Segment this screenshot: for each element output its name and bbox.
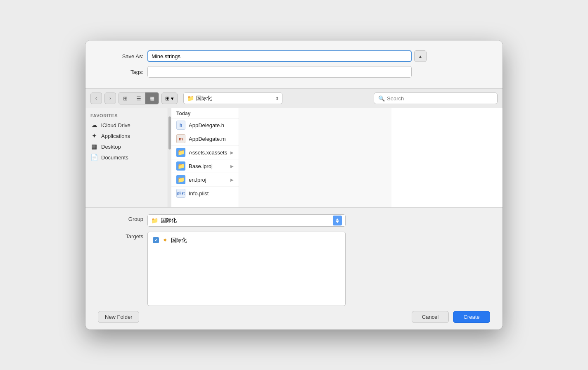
target-app-icon-guojia: ✦	[162, 236, 168, 244]
applications-icon: ✦	[90, 132, 98, 140]
top-form-section: Save As: ▲ Tags:	[85, 40, 503, 89]
action-buttons: Cancel Create	[412, 311, 490, 323]
column-view-icon: ▦	[149, 95, 154, 102]
footer-buttons: New Folder Cancel Create	[98, 311, 490, 323]
file-name-appdelegate-h: AppDelegate.h	[189, 122, 224, 128]
group-label: Group	[98, 214, 143, 222]
group-dropdown-arrow: ▾	[171, 95, 174, 102]
location-picker[interactable]: 📁 国际化 ⬍	[183, 92, 282, 104]
group-folder-icon: 📁	[151, 217, 158, 224]
file-item-appdelegate-m[interactable]: m AppDelegate.m	[171, 132, 239, 146]
target-checkbox-guojia[interactable]: ✓	[153, 237, 159, 243]
sidebar-item-documents[interactable]: 📄 Documents	[85, 152, 168, 163]
icon-view-icon: ⊞	[123, 95, 128, 102]
file-name-assets: Assets.xcassets	[189, 149, 227, 156]
search-box[interactable]: 🔍	[374, 92, 498, 104]
m-file-icon: m	[176, 134, 185, 143]
sidebar-item-desktop[interactable]: ▦ Desktop	[85, 141, 168, 152]
target-item-guojia[interactable]: ✓ ✦ 国际化	[150, 235, 343, 246]
back-button[interactable]: ‹	[90, 92, 102, 104]
sidebar-applications-label: Applications	[101, 133, 130, 139]
group-stepper-arrows[interactable]	[333, 216, 342, 225]
right-preview-panel	[239, 108, 391, 207]
file-name-appdelegate-m: AppDelegate.m	[189, 136, 226, 142]
sidebar: Favorites ☁ iCloud Drive ✦ Applications …	[85, 108, 168, 207]
bottom-section: Group 📁 国际化 Targets ✓ ✦ 国际化	[85, 207, 503, 330]
checkmark-icon: ✓	[154, 238, 158, 242]
search-input[interactable]	[387, 95, 493, 102]
file-item-en-lproj[interactable]: 📁 en.lproj ▶	[171, 173, 239, 187]
target-name-guojia: 国际化	[171, 237, 187, 244]
column-view-button[interactable]: ▦	[145, 92, 159, 104]
file-name-base-lproj: Base.lproj	[189, 163, 213, 169]
base-chevron-icon: ▶	[230, 164, 234, 168]
tags-input[interactable]	[147, 66, 412, 78]
save-as-input[interactable]	[147, 50, 412, 62]
targets-box: ✓ ✦ 国际化	[147, 232, 346, 306]
h-file-icon: h	[176, 121, 185, 130]
favorites-section-title: Favorites	[85, 111, 168, 120]
list-view-icon: ☰	[136, 95, 141, 102]
today-section-header: Today	[171, 108, 239, 119]
forward-button[interactable]: ›	[104, 92, 116, 104]
desktop-icon: ▦	[90, 143, 98, 150]
tags-label: Tags:	[98, 69, 143, 75]
location-name: 国际化	[196, 95, 275, 102]
group-button[interactable]: ⊞ ▾	[161, 92, 178, 104]
file-item-appdelegate-h[interactable]: h AppDelegate.h	[171, 119, 239, 132]
file-name-info-plist: Info.plist	[189, 190, 209, 197]
targets-label: Targets	[98, 232, 143, 240]
file-item-base-lproj[interactable]: 📁 Base.lproj ▶	[171, 159, 239, 173]
save-dialog: Save As: ▲ Tags: ‹ › ⊞ ☰ ▦	[85, 40, 503, 330]
forward-icon: ›	[109, 95, 111, 101]
new-folder-button[interactable]: New Folder	[98, 311, 139, 323]
icon-view-button[interactable]: ⊞	[119, 92, 132, 104]
en-chevron-icon: ▶	[230, 178, 234, 182]
assets-chevron-icon: ▶	[230, 150, 234, 155]
group-row: Group 📁 国际化	[98, 214, 490, 227]
expand-button[interactable]: ▲	[414, 50, 427, 62]
assets-folder-icon: 📁	[176, 148, 185, 157]
location-arrows-icon: ⬍	[275, 96, 279, 101]
group-dropdown-text: 国际化	[161, 217, 330, 224]
cancel-button[interactable]: Cancel	[412, 311, 449, 323]
save-as-label: Save As:	[98, 53, 143, 59]
tags-row: Tags:	[98, 66, 490, 78]
group-dropdown[interactable]: 📁 国际化	[147, 214, 346, 227]
grid-icon: ⊞	[165, 95, 170, 102]
save-as-row: Save As: ▲	[98, 50, 490, 62]
location-folder-icon: 📁	[187, 95, 194, 102]
sidebar-scrollbar[interactable]	[168, 108, 171, 207]
en-folder-icon: 📁	[176, 175, 185, 184]
plist-file-icon: plist	[176, 189, 185, 198]
sidebar-scrollbar-thumb[interactable]	[168, 116, 171, 149]
sidebar-icloud-label: iCloud Drive	[101, 122, 130, 128]
documents-icon: 📄	[90, 154, 98, 161]
file-list-panel: Today h AppDelegate.h m AppDelegate.m 📁 …	[171, 108, 239, 207]
file-item-assets[interactable]: 📁 Assets.xcassets ▶	[171, 146, 239, 159]
search-icon: 🔍	[378, 95, 385, 102]
file-name-en-lproj: en.lproj	[189, 177, 206, 183]
stepper-up-icon	[336, 218, 339, 221]
sidebar-item-applications[interactable]: ✦ Applications	[85, 130, 168, 141]
back-icon: ‹	[95, 95, 97, 101]
browser-content: Favorites ☁ iCloud Drive ✦ Applications …	[85, 108, 391, 207]
sidebar-item-icloud[interactable]: ☁ iCloud Drive	[85, 120, 168, 130]
sidebar-desktop-label: Desktop	[101, 144, 121, 150]
targets-row: Targets ✓ ✦ 国际化	[98, 232, 490, 306]
icloud-icon: ☁	[90, 121, 98, 129]
chevron-up-icon: ▲	[418, 54, 422, 59]
view-mode-buttons: ⊞ ☰ ▦	[119, 92, 159, 104]
sidebar-documents-label: Documents	[101, 154, 128, 161]
browser-toolbar: ‹ › ⊞ ☰ ▦ ⊞ ▾ 📁 国际化 ⬍ 🔍	[85, 89, 503, 108]
stepper-down-icon	[336, 221, 339, 223]
create-button[interactable]: Create	[453, 311, 490, 323]
file-item-info-plist[interactable]: plist Info.plist	[171, 187, 239, 200]
browser-area: Favorites ☁ iCloud Drive ✦ Applications …	[85, 108, 503, 207]
list-view-button[interactable]: ☰	[132, 92, 145, 104]
base-folder-icon: 📁	[176, 161, 185, 171]
